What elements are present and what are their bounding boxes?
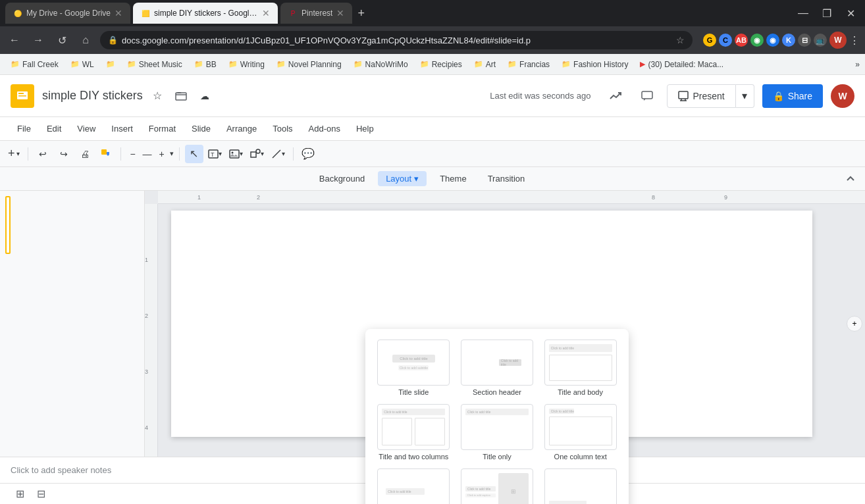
menu-arrange[interactable]: Arrange: [220, 121, 263, 136]
tab-drive[interactable]: 🟡 My Drive - Google Drive ✕: [5, 3, 130, 24]
zoom-fit-button[interactable]: —: [141, 145, 154, 163]
layout-section-header[interactable]: Click to add title Section header: [459, 340, 535, 396]
shapes-button[interactable]: ▾: [248, 145, 267, 163]
bookmark-label: Sheet Music: [139, 60, 182, 69]
share-button[interactable]: 🔒 Share: [762, 84, 823, 108]
minimize-button[interactable]: —: [794, 4, 812, 22]
bookmark-writing[interactable]: 📁 Writing: [223, 59, 270, 70]
menu-file[interactable]: File: [11, 121, 38, 136]
comment-button[interactable]: 💬: [299, 145, 317, 163]
cloud-save-button[interactable]: ☁: [196, 87, 214, 105]
line-button[interactable]: ▾: [269, 145, 288, 163]
menu-format[interactable]: Format: [142, 121, 182, 136]
star-button[interactable]: ☆: [148, 87, 167, 105]
layout-main-point[interactable]: Click to add title Main point: [376, 468, 452, 504]
transition-button[interactable]: Transition: [480, 171, 533, 186]
address-bar[interactable]: 🔒 docs.google.com/presentation/d/1JCuBpz…: [100, 31, 693, 49]
bookmark-youtube[interactable]: ▶ (30) Detailed: Maca...: [635, 59, 729, 70]
layout-section-header-label: Section header: [473, 388, 521, 396]
user-avatar[interactable]: W: [831, 84, 854, 108]
close-button[interactable]: ✕: [841, 4, 860, 22]
extensions-more-icon[interactable]: ⋮: [849, 34, 860, 47]
browser-profile-avatar[interactable]: W: [829, 32, 847, 49]
tab-drive-close[interactable]: ✕: [115, 8, 122, 18]
bookmark-label: Recipies: [432, 60, 462, 69]
home-button[interactable]: ⌂: [76, 31, 95, 49]
bookmark-fashion-history[interactable]: 📁 Fashion History: [556, 59, 633, 70]
layout-title-only[interactable]: Click to add title Title only: [459, 404, 535, 461]
tab-pinterest-close[interactable]: ✕: [336, 8, 344, 18]
text-box-button[interactable]: T ▾: [206, 145, 224, 163]
layout-button[interactable]: Layout ▾: [378, 171, 427, 186]
tab-pinterest[interactable]: P Pinterest ✕: [280, 3, 352, 24]
layout-section-title-desc[interactable]: Click to add title Click to add caption …: [459, 468, 535, 504]
present-button[interactable]: Present: [667, 84, 735, 108]
bookmark-unnamed[interactable]: 📁: [101, 59, 120, 70]
comment-icon-button[interactable]: [635, 84, 659, 108]
svg-text:T: T: [211, 151, 215, 158]
bookmarks-more-button[interactable]: »: [855, 60, 860, 69]
ext-icon-4[interactable]: ◉: [750, 34, 764, 47]
refresh-button[interactable]: ↺: [53, 31, 71, 49]
present-dropdown-button[interactable]: ▾: [736, 84, 754, 108]
tab-slides[interactable]: 🟨 simple DIY stickers - Google Slid... ✕: [133, 3, 278, 24]
bookmark-francias[interactable]: 📁 Francias: [502, 59, 555, 70]
app-header: simple DIY stickers ☆ ☁ Last edit was se…: [0, 75, 865, 117]
bookmark-art[interactable]: 📁 Art: [469, 59, 501, 70]
move-to-folder-button[interactable]: [172, 87, 190, 105]
bookmark-sheet-music[interactable]: 📁 Sheet Music: [122, 59, 188, 70]
layout-label: Layout: [386, 174, 411, 184]
ext-icon-2[interactable]: C: [719, 34, 732, 47]
bookmark-fall-creek[interactable]: 📁 Fall Creek: [5, 59, 64, 70]
menu-view[interactable]: View: [70, 121, 102, 136]
zoom-control[interactable]: − — + ▾: [126, 145, 174, 163]
undo-button[interactable]: ↩: [34, 145, 52, 163]
list-view-button[interactable]: ⊟: [32, 485, 50, 503]
menu-insert[interactable]: Insert: [105, 121, 140, 136]
bookmark-nanowrimo[interactable]: 📁 NaNoWriMo: [348, 59, 413, 70]
layout-title-body[interactable]: Click to add title Title and body: [542, 340, 618, 396]
layout-title-slide[interactable]: Click to add title Click to add subtitle…: [376, 340, 452, 396]
add-item-button[interactable]: + ▾: [5, 145, 22, 163]
image-button[interactable]: ▾: [227, 145, 246, 163]
zoom-control-button[interactable]: +: [847, 316, 862, 332]
grid-view-button[interactable]: ⊞: [11, 485, 29, 503]
menu-help[interactable]: Help: [350, 121, 380, 136]
slide-1-thumbnail[interactable]: [5, 196, 11, 254]
ext-icon-7[interactable]: ⊟: [798, 34, 811, 47]
menu-slide[interactable]: Slide: [185, 121, 217, 136]
layout-caption[interactable]: Caption: [542, 468, 618, 504]
layout-title-two-cols[interactable]: Click to add title Title and two columns: [376, 404, 452, 461]
speaker-notes-text: Click to add speaker notes: [11, 465, 111, 475]
bookmark-recipies[interactable]: 📁 Recipies: [415, 59, 467, 70]
layout-one-column[interactable]: Click to add title One column text: [542, 404, 618, 461]
ext-icon-3[interactable]: AB: [735, 34, 748, 47]
ext-icon-6[interactable]: K: [782, 34, 795, 47]
ext-icon-5[interactable]: ◉: [766, 34, 779, 47]
print-button[interactable]: 🖨: [76, 145, 94, 163]
collapse-panel-button[interactable]: [841, 170, 860, 188]
paint-format-button[interactable]: [97, 145, 115, 163]
ext-icon-1[interactable]: G: [703, 34, 716, 47]
restore-button[interactable]: ❐: [818, 4, 836, 22]
bookmark-bb[interactable]: 📁 BB: [189, 59, 222, 70]
zoom-in-button[interactable]: +: [155, 145, 169, 163]
select-tool-button[interactable]: ↖: [185, 145, 203, 163]
bookmark-wl[interactable]: 📁 WL: [65, 59, 99, 70]
trending-icon-button[interactable]: [604, 84, 627, 108]
forward-button[interactable]: →: [29, 31, 47, 49]
bookmark-novel-planning[interactable]: 📁 Novel Planning: [271, 59, 347, 70]
menu-addons[interactable]: Add-ons: [302, 121, 347, 136]
menu-tools[interactable]: Tools: [266, 121, 299, 136]
new-tab-button[interactable]: +: [357, 7, 365, 20]
redo-button[interactable]: ↪: [55, 145, 73, 163]
zoom-dropdown[interactable]: ▾: [170, 149, 174, 158]
zoom-out-button[interactable]: −: [126, 145, 140, 163]
ext-icon-8[interactable]: 📺: [814, 34, 827, 47]
address-bar-row: ← → ↺ ⌂ 🔒 docs.google.com/presentation/d…: [0, 26, 865, 54]
theme-button[interactable]: Theme: [432, 171, 474, 186]
back-button[interactable]: ←: [5, 31, 24, 49]
tab-slides-close[interactable]: ✕: [262, 8, 270, 18]
menu-edit[interactable]: Edit: [40, 121, 68, 136]
background-button[interactable]: Background: [311, 171, 373, 186]
